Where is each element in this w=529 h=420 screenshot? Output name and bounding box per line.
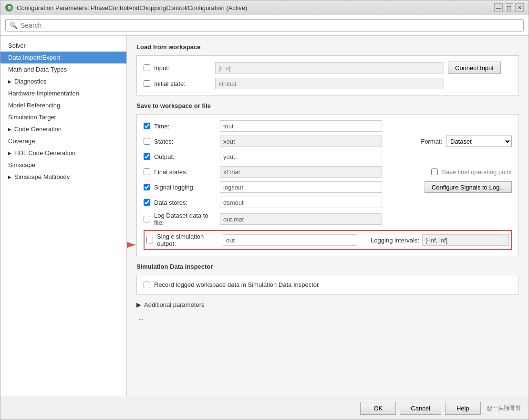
right-panel: Load from workspace Input: Connect Input… bbox=[127, 36, 529, 397]
sidebar-item-diagnostics[interactable]: Diagnostics bbox=[0, 75, 126, 87]
format-select[interactable]: Dataset Array Structure Structure with t… bbox=[446, 136, 512, 147]
time-row: Time: bbox=[144, 120, 512, 132]
search-input[interactable] bbox=[21, 21, 519, 29]
sidebar-item-simulation-target[interactable]: Simulation Target bbox=[0, 111, 126, 123]
title-bar: ⚙ Configuration Parameters: PhaseControl… bbox=[0, 0, 529, 15]
additional-params-label: Additional parameters bbox=[144, 301, 204, 308]
minimize-button[interactable]: — bbox=[494, 3, 503, 12]
time-checkbox[interactable] bbox=[144, 123, 150, 129]
final-states-row: Final states: Save final operating point bbox=[144, 166, 512, 178]
ok-button[interactable]: OK bbox=[360, 402, 396, 415]
signal-logging-checkbox[interactable] bbox=[144, 184, 150, 190]
search-icon: 🔍 bbox=[10, 21, 18, 29]
signal-logging-label: Signal logging: bbox=[154, 184, 216, 191]
red-arrow-svg bbox=[127, 235, 142, 254]
save-final-label: Save final operating point bbox=[442, 168, 512, 176]
sidebar-item-math-data-types[interactable]: Math and Data Types bbox=[0, 63, 126, 75]
states-row: States: Format: Dataset Array Structure … bbox=[144, 136, 512, 147]
sidebar-item-hdl-code-generation[interactable]: HDL Code Generation bbox=[0, 147, 126, 159]
log-dataset-checkbox[interactable] bbox=[144, 216, 150, 222]
output-label: Output: bbox=[154, 153, 216, 160]
single-sim-checkbox[interactable] bbox=[146, 237, 153, 243]
save-section-box: Time: States: Format: Dataset Array Stru… bbox=[136, 114, 519, 256]
data-stores-field[interactable] bbox=[220, 197, 382, 208]
main-window: ⚙ Configuration Parameters: PhaseControl… bbox=[0, 0, 529, 420]
configure-signals-button[interactable]: Configure Signals to Log... bbox=[425, 181, 512, 193]
data-stores-checkbox[interactable] bbox=[144, 199, 150, 206]
sidebar-label-data-import-export: Data Import/Export bbox=[8, 54, 60, 61]
format-label: Format: bbox=[421, 138, 442, 145]
log-dataset-label: Log Dataset data to file: bbox=[154, 212, 216, 226]
app-icon: ⚙ bbox=[5, 4, 13, 11]
configure-signals-option: Configure Signals to Log... bbox=[425, 181, 512, 193]
sidebar-item-model-referencing[interactable]: Model Referencing bbox=[0, 99, 126, 111]
bottom-bar: OK Cancel Help @一头翔哥哥 bbox=[0, 397, 529, 420]
format-row: Format: Dataset Array Structure Structur… bbox=[421, 136, 512, 147]
load-section-title: Load from workspace bbox=[136, 43, 519, 51]
close-button[interactable]: ✕ bbox=[515, 3, 524, 12]
maximize-button[interactable]: ▢ bbox=[505, 3, 513, 12]
single-sim-field[interactable] bbox=[223, 234, 357, 246]
single-sim-label: Single simulation output: bbox=[157, 233, 219, 247]
input-label: Input: bbox=[154, 64, 211, 72]
output-field[interactable] bbox=[220, 151, 382, 162]
sidebar-item-solver[interactable]: Solver bbox=[0, 40, 126, 52]
states-checkbox[interactable] bbox=[144, 138, 150, 145]
record-label: Record logged workspace data in Simulati… bbox=[154, 281, 319, 288]
sidebar-item-data-import-export[interactable]: Data Import/Export bbox=[0, 52, 126, 63]
initial-state-checkbox[interactable] bbox=[144, 80, 150, 87]
states-field[interactable] bbox=[220, 136, 382, 147]
final-states-label: Final states: bbox=[154, 168, 216, 176]
sidebar-label-code-generation: Code Generation bbox=[14, 126, 62, 133]
sidebar-label-coverage: Coverage bbox=[8, 137, 35, 145]
save-section-title: Save to workspace or file bbox=[136, 102, 519, 109]
output-checkbox[interactable] bbox=[144, 153, 150, 160]
initial-state-field[interactable] bbox=[215, 78, 444, 89]
initial-state-row: Initial state: bbox=[144, 78, 512, 89]
sidebar-item-simscape-multibody[interactable]: Simscape Multibody bbox=[0, 171, 126, 183]
sidebar-label-hardware-implementation: Hardware Implementation bbox=[8, 90, 79, 97]
cancel-button[interactable]: Cancel bbox=[400, 402, 441, 415]
log-dataset-row: Log Dataset data to file: bbox=[144, 212, 512, 226]
input-row: Input: Connect Input bbox=[144, 62, 512, 74]
sidebar-item-coverage[interactable]: Coverage bbox=[0, 135, 126, 147]
additional-params[interactable]: ▶ Additional parameters bbox=[136, 301, 519, 308]
signal-logging-row: Signal logging: Configure Signals to Log… bbox=[144, 181, 512, 193]
sidebar-label-simscape-multibody: Simscape Multibody bbox=[14, 173, 70, 180]
main-content: Solver Data Import/Export Math and Data … bbox=[0, 36, 529, 397]
window-title: Configuration Parameters: PhaseControlAn… bbox=[17, 4, 247, 11]
time-label: Time: bbox=[154, 123, 216, 130]
sidebar-label-diagnostics: Diagnostics bbox=[14, 78, 46, 85]
initial-state-label: Initial state: bbox=[154, 80, 211, 87]
help-button[interactable]: Help bbox=[445, 402, 481, 415]
input-field[interactable] bbox=[215, 62, 444, 74]
additional-params-arrow: ▶ bbox=[136, 301, 141, 308]
states-label: States: bbox=[154, 138, 216, 145]
final-states-checkbox[interactable] bbox=[144, 168, 150, 175]
sidebar-label-math-data-types: Math and Data Types bbox=[8, 66, 67, 73]
record-checkbox[interactable] bbox=[144, 282, 150, 288]
final-states-field[interactable] bbox=[220, 166, 382, 178]
data-stores-row: Data stores: bbox=[144, 197, 512, 208]
save-final-checkbox[interactable] bbox=[431, 168, 438, 175]
load-section-box: Input: Connect Input Initial state: bbox=[136, 55, 519, 95]
sidebar-item-code-generation[interactable]: Code Generation bbox=[0, 123, 126, 135]
logging-intervals-field[interactable] bbox=[422, 234, 509, 246]
sidebar-item-simscape[interactable]: Simscape bbox=[0, 159, 126, 171]
connect-input-button[interactable]: Connect Input bbox=[448, 62, 501, 74]
sidebar-label-solver: Solver bbox=[8, 42, 26, 49]
save-final-option: Save final operating point bbox=[431, 168, 512, 176]
watermark: @一头翔哥哥 bbox=[487, 404, 521, 412]
title-bar-left: ⚙ Configuration Parameters: PhaseControl… bbox=[5, 4, 247, 11]
sidebar: Solver Data Import/Export Math and Data … bbox=[0, 36, 127, 397]
search-wrapper: 🔍 bbox=[5, 19, 524, 32]
ellipsis: ... bbox=[136, 314, 519, 321]
log-dataset-field[interactable] bbox=[220, 213, 382, 225]
signal-logging-field[interactable] bbox=[220, 181, 382, 193]
input-checkbox[interactable] bbox=[144, 64, 150, 71]
logging-intervals-group: Logging intervals: bbox=[371, 234, 509, 246]
time-field[interactable] bbox=[220, 120, 382, 132]
sidebar-item-hardware-implementation[interactable]: Hardware Implementation bbox=[0, 87, 126, 99]
simulation-data-section: Simulation Data Inspector Record logged … bbox=[136, 263, 519, 294]
search-bar: 🔍 bbox=[0, 15, 529, 36]
